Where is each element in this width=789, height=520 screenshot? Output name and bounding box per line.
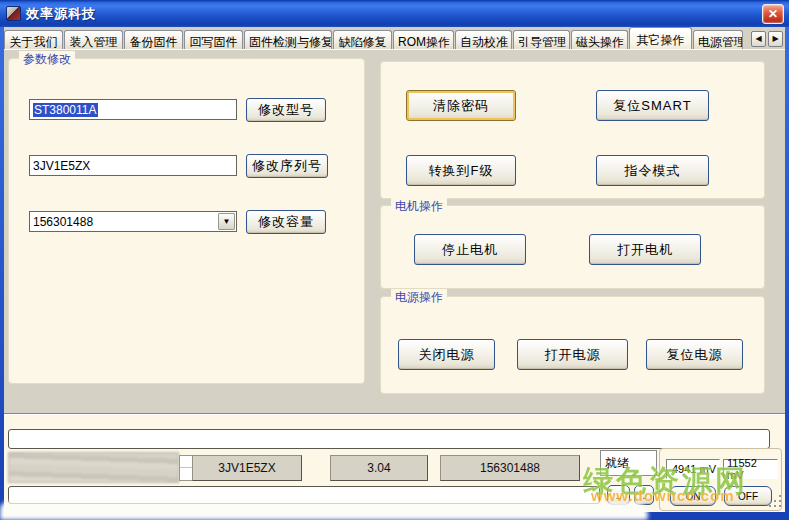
clear-password-button[interactable]: 清除密码 bbox=[406, 90, 516, 121]
tab-misc[interactable]: 其它操作 bbox=[629, 27, 692, 49]
tab-rewrite[interactable]: 回写固件 bbox=[184, 30, 243, 49]
tab-load[interactable]: 装入管理 bbox=[64, 30, 123, 49]
app-window: 效率源科技 ✕ 关于我们 装入管理 备份固件 回写固件 固件检测与修复 缺陷修复… bbox=[0, 0, 789, 520]
convert-to-f-button[interactable]: 转换到F级 bbox=[406, 155, 516, 186]
tab-scroll-right-icon[interactable]: ▶ bbox=[768, 31, 783, 47]
voltage-group: 4941 mV 11552 mV ON OFF bbox=[659, 448, 782, 511]
censored-model-panel bbox=[8, 452, 179, 483]
power-group-title: 电源操作 bbox=[391, 289, 447, 306]
stop-motor-button[interactable]: 停止电机 bbox=[414, 234, 526, 265]
power-on-toggle-button[interactable]: ON bbox=[670, 486, 716, 506]
serial-input[interactable]: 3JV1E5ZX bbox=[29, 155, 237, 176]
power-off-toggle-button[interactable]: OFF bbox=[724, 486, 772, 506]
chevron-down-icon[interactable]: ▼ bbox=[218, 213, 235, 230]
modify-model-button[interactable]: 修改型号 bbox=[246, 98, 326, 122]
tab-power-mgmt[interactable]: 电源管理 bbox=[693, 30, 743, 49]
tab-strip: 关于我们 装入管理 备份固件 回写固件 固件检测与修复 缺陷修复 ROM操作 自… bbox=[4, 27, 785, 49]
capacity-combobox-value: 156301488 bbox=[33, 215, 93, 229]
model-input-value: ST380011A bbox=[33, 103, 98, 117]
window-title: 效率源科技 bbox=[26, 5, 96, 23]
motor-group: 电机操作 停止电机 打开电机 bbox=[380, 205, 765, 289]
tab-defect[interactable]: 缺陷修复 bbox=[333, 30, 392, 49]
tab-scroll-left-icon[interactable]: ◀ bbox=[751, 31, 766, 47]
tab-rom[interactable]: ROM操作 bbox=[393, 30, 454, 49]
app-icon bbox=[6, 6, 21, 21]
tab-backup[interactable]: 备份固件 bbox=[124, 30, 183, 49]
model-input[interactable]: ST380011A bbox=[29, 99, 237, 120]
modify-serial-button[interactable]: 修改序列号 bbox=[246, 154, 328, 178]
motor-group-title: 电机操作 bbox=[391, 198, 447, 215]
capacity-combobox[interactable]: 156301488 ▼ bbox=[29, 211, 237, 232]
serial-status-panel: 3JV1E5ZX bbox=[192, 455, 302, 481]
voltage-5v-field: 4941 mV bbox=[666, 459, 720, 479]
client-area: 关于我们 装入管理 备份固件 回写固件 固件检测与修复 缺陷修复 ROM操作 自… bbox=[4, 27, 785, 512]
capacity-status-panel: 156301488 bbox=[440, 455, 580, 481]
power-off-button[interactable]: 关闭电源 bbox=[398, 339, 495, 370]
tab-head[interactable]: 磁头操作 bbox=[571, 30, 628, 49]
param-modify-group: 参数修改 ST380011A 修改型号 3JV1E5ZX 修改序列号 15630… bbox=[8, 58, 365, 384]
tab-fw-check[interactable]: 固件检测与修复 bbox=[244, 30, 332, 49]
tab-about[interactable]: 关于我们 bbox=[4, 30, 63, 49]
firmware-status-panel: 3.04 bbox=[330, 455, 428, 481]
tab-calib[interactable]: 自动校准 bbox=[455, 30, 512, 49]
modify-capacity-button[interactable]: 修改容量 bbox=[246, 210, 326, 234]
status-bar: 3JV1E5ZX 3.04 156301488 就绪 4941 mV 11552… bbox=[4, 415, 785, 512]
start-motor-button[interactable]: 打开电机 bbox=[589, 234, 701, 265]
misc-actions-panel: 清除密码 复位SMART 转换到F级 指令模式 bbox=[380, 61, 765, 199]
ready-status-field: 就绪 bbox=[600, 450, 657, 476]
power-reset-button[interactable]: 复位电源 bbox=[646, 339, 743, 370]
power-group: 电源操作 关闭电源 打开电源 复位电源 bbox=[380, 296, 765, 394]
voltage-12v-field: 11552 mV bbox=[723, 459, 778, 479]
log-output-line1[interactable] bbox=[8, 429, 770, 449]
power-on-button[interactable]: 打开电源 bbox=[517, 339, 628, 370]
title-bar[interactable]: 效率源科技 ✕ bbox=[0, 0, 789, 27]
serial-input-value: 3JV1E5ZX bbox=[33, 159, 90, 173]
reset-smart-button[interactable]: 复位SMART bbox=[596, 90, 709, 121]
command-mode-button[interactable]: 指令模式 bbox=[596, 155, 709, 186]
close-button[interactable]: ✕ bbox=[762, 4, 784, 24]
tab-page-misc-operations: 参数修改 ST380011A 修改型号 3JV1E5ZX 修改序列号 15630… bbox=[4, 49, 785, 413]
param-modify-group-title: 参数修改 bbox=[19, 51, 75, 68]
tab-boot[interactable]: 引导管理 bbox=[513, 30, 570, 49]
resize-grip[interactable] bbox=[769, 495, 782, 508]
censored-bottom-smudge bbox=[0, 502, 648, 520]
